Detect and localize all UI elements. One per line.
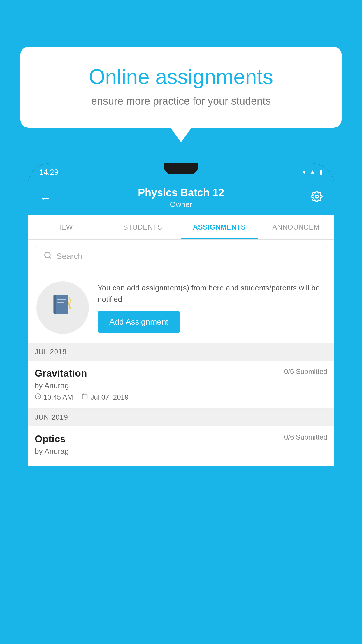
phone-container: 14:29 ▾ ▲ ▮ ← Physics Batch 12 Owner <box>28 163 334 644</box>
promo-icon-circle <box>36 281 89 334</box>
wifi-icon: ▾ <box>303 168 306 176</box>
assignment-name-optics: Optics <box>35 433 66 444</box>
app-header: ← Physics Batch 12 Owner <box>28 181 334 215</box>
assignment-date: Jul 07, 2019 <box>82 393 129 401</box>
assignment-item-gravitation[interactable]: Gravitation 0/6 Submitted by Anurag 10:4… <box>28 360 334 409</box>
svg-rect-10 <box>82 394 87 399</box>
speech-bubble: Online assignments ensure more practice … <box>20 47 342 128</box>
tab-students[interactable]: STUDENTS <box>104 215 181 239</box>
tabs-container: IEW STUDENTS ASSIGNMENTS ANNOUNCEM <box>28 215 334 240</box>
search-icon <box>44 251 52 261</box>
phone-notch <box>164 163 198 174</box>
assignment-date-value: Jul 07, 2019 <box>90 393 129 401</box>
tab-iew[interactable]: IEW <box>28 215 104 239</box>
assignment-by-optics: by Anurag <box>35 447 327 456</box>
tab-assignments[interactable]: ASSIGNMENTS <box>181 215 258 239</box>
assignment-top: Gravitation 0/6 Submitted <box>35 368 327 379</box>
svg-line-2 <box>49 257 51 258</box>
status-bar: 14:29 ▾ ▲ ▮ <box>28 163 334 181</box>
svg-point-0 <box>315 195 318 198</box>
assignment-meta-gravitation: 10:45 AM Jul 07, 2019 <box>35 393 327 401</box>
phone-frame: 14:29 ▾ ▲ ▮ ← Physics Batch 12 Owner <box>28 163 334 466</box>
bubble-subtitle: ensure more practice for your students <box>44 95 318 107</box>
status-time: 14:29 <box>39 168 58 177</box>
calendar-icon <box>82 393 88 401</box>
section-header-jul: JUL 2019 <box>28 343 334 360</box>
assignment-top-optics: Optics 0/6 Submitted <box>35 433 327 444</box>
search-container: Search <box>28 240 334 273</box>
assignment-name-gravitation: Gravitation <box>35 368 87 379</box>
batch-title: Physics Batch 12 <box>138 187 224 199</box>
speech-bubble-container: Online assignments ensure more practice … <box>20 47 342 128</box>
assignment-by-gravitation: by Anurag <box>35 381 327 390</box>
svg-rect-6 <box>57 302 64 303</box>
settings-button[interactable] <box>311 191 323 205</box>
clock-icon <box>35 393 41 401</box>
tab-announcements[interactable]: ANNOUNCEM <box>258 215 334 239</box>
promo-description: You can add assignment(s) from here and … <box>98 282 326 305</box>
app-content: Search <box>28 240 334 466</box>
batch-subtitle: Owner <box>138 200 224 209</box>
assignment-item-optics[interactable]: Optics 0/6 Submitted by Anurag <box>28 426 334 466</box>
add-assignment-button[interactable]: Add Assignment <box>98 311 180 333</box>
promo-section: You can add assignment(s) from here and … <box>28 273 334 343</box>
signal-icon: ▲ <box>309 168 316 176</box>
section-header-jun: JUN 2019 <box>28 409 334 426</box>
svg-rect-4 <box>53 295 56 314</box>
bubble-title: Online assignments <box>44 64 318 89</box>
svg-rect-5 <box>57 299 66 300</box>
notebook-icon <box>50 293 75 323</box>
assignment-submitted-gravitation: 0/6 Submitted <box>284 368 327 376</box>
battery-icon: ▮ <box>319 168 323 176</box>
assignment-time: 10:45 AM <box>35 393 73 401</box>
status-icons: ▾ ▲ ▮ <box>303 168 323 176</box>
svg-rect-8 <box>69 297 71 303</box>
back-button[interactable]: ← <box>39 191 51 204</box>
assignment-time-value: 10:45 AM <box>43 393 73 401</box>
search-bar[interactable]: Search <box>35 246 327 267</box>
promo-text-area: You can add assignment(s) from here and … <box>98 282 326 333</box>
header-center: Physics Batch 12 Owner <box>138 187 224 209</box>
assignment-submitted-optics: 0/6 Submitted <box>284 433 327 441</box>
search-placeholder: Search <box>57 252 82 261</box>
